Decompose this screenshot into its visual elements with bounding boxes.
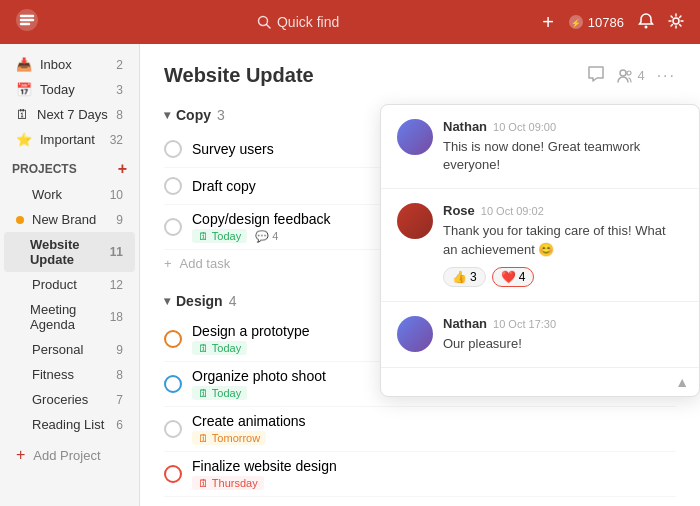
page-actions: 4 ···: [587, 65, 676, 86]
design-chevron-icon: ▾: [164, 294, 170, 308]
sidebar-item-work[interactable]: Work 10: [4, 182, 135, 207]
groceries-dot: [16, 396, 24, 404]
design-label: Design: [176, 293, 223, 309]
page-title: Website Update: [164, 64, 587, 87]
settings-icon[interactable]: [668, 13, 684, 32]
sidebar-item-newbrand[interactable]: New Brand 9: [4, 207, 135, 232]
main-layout: 📥 Inbox 2 📅 Today 3 🗓 Next 7 Days 8 ⭐ Im…: [0, 44, 700, 506]
sidebar-item-product[interactable]: Product 12: [4, 272, 135, 297]
comment-time: 10 Oct 09:00: [493, 121, 556, 133]
task-checkbox[interactable]: [164, 218, 182, 236]
sidebar-item-inbox[interactable]: 📥 Inbox 2: [4, 52, 135, 77]
newbrand-dot: [16, 216, 24, 224]
more-options-icon[interactable]: ···: [657, 67, 676, 85]
task-name: Create animations: [192, 413, 676, 429]
copy-count: 3: [217, 107, 225, 123]
add-project-button[interactable]: + Add Project: [4, 441, 135, 469]
table-row: Create animations 🗓 Tomorrow: [164, 407, 676, 452]
comment-item: Nathan 10 Oct 17:30 Our pleasure!: [381, 302, 699, 368]
product-dot: [16, 281, 24, 289]
thumbs-up-reaction[interactable]: 👍 3: [443, 267, 486, 287]
sidebar-item-groceries[interactable]: Groceries 7: [4, 387, 135, 412]
logo: [16, 9, 38, 36]
header-actions: + ⚡ 10786: [542, 11, 684, 34]
task-tag: 🗓 Today: [192, 386, 247, 400]
add-button[interactable]: +: [542, 11, 554, 34]
comment-time: 10 Oct 09:02: [481, 205, 544, 217]
task-tag: 🗓 Thursday: [192, 476, 264, 490]
comment-text: Our pleasure!: [443, 335, 683, 353]
task-tag: 🗓 Tomorrow: [192, 431, 266, 445]
svg-point-8: [645, 25, 648, 28]
task-info: Finalize website design 🗓 Thursday: [192, 458, 676, 490]
fitness-dot: [16, 371, 24, 379]
task-checkbox[interactable]: [164, 330, 182, 348]
sidebar-item-readinglist[interactable]: Reading List 6: [4, 412, 135, 437]
scroll-arrow-area: ▲: [381, 368, 699, 396]
svg-point-9: [673, 18, 679, 24]
main-content: Website Update 4 ··· ▾ Copy 3 ···: [140, 44, 700, 506]
work-dot: [16, 191, 24, 199]
comment-author: Nathan: [443, 316, 487, 331]
sidebar-item-important[interactable]: ⭐ Important 32: [4, 127, 135, 152]
task-checkbox[interactable]: [164, 465, 182, 483]
sidebar-item-meetingagenda[interactable]: Meeting Agenda 18: [4, 297, 135, 337]
search-placeholder: Quick find: [277, 14, 339, 30]
websiteupdate-dot: [16, 248, 22, 256]
search-bar[interactable]: Quick find: [54, 14, 542, 30]
heart-reaction[interactable]: ❤️ 4: [492, 267, 535, 287]
comment-text: Thank you for taking care of this! What …: [443, 222, 683, 258]
svg-line-5: [266, 25, 270, 29]
avatar: [397, 316, 433, 352]
table-row: Finalize website design 🗓 Thursday: [164, 452, 676, 497]
comment-item: Nathan 10 Oct 09:00 This is now done! Gr…: [381, 105, 699, 189]
sidebar: 📥 Inbox 2 📅 Today 3 🗓 Next 7 Days 8 ⭐ Im…: [0, 44, 140, 506]
task-meta: 🗓 Thursday: [192, 476, 676, 490]
comment-panel: Nathan 10 Oct 09:00 This is now done! Gr…: [380, 104, 700, 397]
copy-label: Copy: [176, 107, 211, 123]
sidebar-item-websiteupdate[interactable]: Website Update 11: [4, 232, 135, 272]
task-tag: 🗓 Today: [192, 229, 247, 243]
task-checkbox[interactable]: [164, 420, 182, 438]
comment-body: Nathan 10 Oct 09:00 This is now done! Gr…: [443, 119, 683, 174]
personal-dot: [16, 346, 24, 354]
important-icon: ⭐: [16, 132, 32, 147]
today-icon: 📅: [16, 82, 32, 97]
meetingagenda-dot: [16, 313, 22, 321]
add-task-label: Add task: [180, 256, 231, 271]
task-checkbox[interactable]: [164, 375, 182, 393]
scroll-up-icon[interactable]: ▲: [675, 374, 689, 390]
sidebar-item-personal[interactable]: Personal 9: [4, 337, 135, 362]
projects-section-header: Projects +: [0, 152, 139, 182]
task-info: Create animations 🗓 Tomorrow: [192, 413, 676, 445]
task-checkbox[interactable]: [164, 140, 182, 158]
sidebar-item-fitness[interactable]: Fitness 8: [4, 362, 135, 387]
avatar: [397, 119, 433, 155]
comment-body: Rose 10 Oct 09:02 Thank you for taking c…: [443, 203, 683, 286]
task-checkbox[interactable]: [164, 177, 182, 195]
design-count: 4: [229, 293, 237, 309]
add-icon: +: [16, 446, 25, 464]
comment-item: Rose 10 Oct 09:02 Thank you for taking c…: [381, 189, 699, 301]
svg-point-11: [627, 71, 631, 75]
comment-author: Nathan: [443, 119, 487, 134]
comment-time: 10 Oct 17:30: [493, 318, 556, 330]
sidebar-item-next7days[interactable]: 🗓 Next 7 Days 8: [4, 102, 135, 127]
svg-text:⚡: ⚡: [571, 18, 581, 28]
comment-reactions: 👍 3 ❤️ 4: [443, 267, 683, 287]
notifications-icon[interactable]: [638, 13, 654, 32]
comment-text: This is now done! Great teamwork everyon…: [443, 138, 683, 174]
participants-icon[interactable]: 4: [617, 68, 644, 84]
karma-badge: ⚡ 10786: [568, 14, 624, 30]
task-tag: 🗓 Today: [192, 341, 247, 355]
add-project-icon[interactable]: +: [118, 160, 127, 178]
comment-icon[interactable]: [587, 65, 605, 86]
comment-count: 💬 4: [255, 230, 278, 243]
comment-header: Nathan 10 Oct 17:30: [443, 316, 683, 331]
task-name: Finalize website design: [192, 458, 676, 474]
comment-header: Nathan 10 Oct 09:00: [443, 119, 683, 134]
sidebar-item-today[interactable]: 📅 Today 3: [4, 77, 135, 102]
readinglist-dot: [16, 421, 24, 429]
comment-body: Nathan 10 Oct 17:30 Our pleasure!: [443, 316, 683, 353]
task-meta: 🗓 Tomorrow: [192, 431, 676, 445]
